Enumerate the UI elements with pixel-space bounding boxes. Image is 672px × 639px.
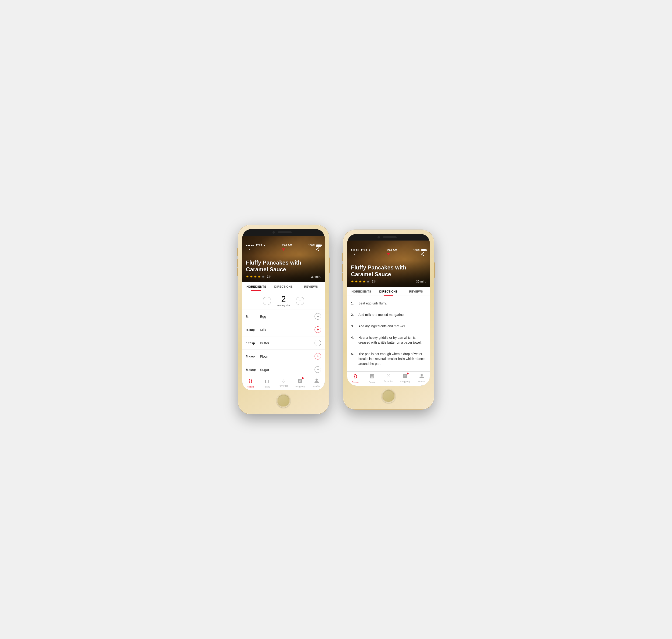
action-4[interactable]: − xyxy=(314,366,321,373)
action-0[interactable]: − xyxy=(314,313,321,320)
nav-profile-2[interactable]: Profile xyxy=(413,374,430,383)
nav-pantry-2[interactable]: Pantry xyxy=(364,374,380,383)
action-3[interactable]: + xyxy=(314,353,321,359)
status-left-2: AT&T ▾ xyxy=(351,248,370,251)
shopping-badge-dot-1 xyxy=(302,377,303,379)
nav-shopping-1[interactable]: Shopping xyxy=(292,378,308,388)
nav-label-profile-1: Profile xyxy=(313,385,320,388)
shopping-badge-dot-2 xyxy=(407,373,409,374)
bottom-nav-1: Recipe Pantry ♡ Favorites xyxy=(242,376,325,390)
status-right-2: 100% xyxy=(413,249,426,251)
profile-icon-1 xyxy=(314,378,319,385)
wifi-icon-1: ▾ xyxy=(264,244,265,247)
content-1: − 2 serving size + ½ Egg − ¾ cup Milk xyxy=(242,291,325,376)
nav-label-shopping-1: Shopping xyxy=(295,385,305,388)
nav-recipe-1[interactable]: Recipe xyxy=(242,378,259,388)
screen-1: AT&T ▾ 9:41 AM 100% ‹ ♥ xyxy=(242,236,325,390)
battery-pct-1: 100% xyxy=(309,244,315,247)
tab-reviews-2[interactable]: REVIEWS xyxy=(402,287,430,296)
qty-3: ½ cup xyxy=(246,355,260,358)
serving-label-1: serving size xyxy=(277,304,290,307)
status-time-2: 9:41 AM xyxy=(386,248,397,252)
star-2: ★ xyxy=(250,275,253,279)
name-3: Flour xyxy=(260,354,314,358)
direction-item-3: 4. Heat a heavy griddle or fry pan which… xyxy=(351,332,426,348)
directions-content-2: 1. Beat egg until fluffy. 2. Add milk an… xyxy=(347,296,430,371)
star-p2-1: ★ xyxy=(351,280,354,283)
action-1[interactable]: + xyxy=(314,326,321,333)
recipe-title-1: Fluffy Pancakes with Caramel Sauce xyxy=(246,260,321,273)
tab-directions-2[interactable]: DIRECTIONS xyxy=(375,287,402,296)
hero-1: AT&T ▾ 9:41 AM 100% ‹ ♥ xyxy=(242,236,325,282)
ingredient-row-3: ½ cup Flour + xyxy=(242,349,325,363)
speaker-2 xyxy=(383,236,397,238)
status-right-1: 100% xyxy=(309,244,321,247)
nav-label-pantry-1: Pantry xyxy=(264,386,270,388)
nav-label-profile-2: Profile xyxy=(418,380,425,383)
screen-2: AT&T ▾ 9:41 AM 100% ‹ ♥ xyxy=(347,240,430,386)
tab-directions-1[interactable]: DIRECTIONS xyxy=(270,282,297,291)
star-p2-4: ★ xyxy=(363,280,366,283)
qty-4: ½ tbsp xyxy=(246,368,260,371)
qty-1: ¾ cup xyxy=(246,328,260,331)
direction-item-4: 5. The pan is hot enough when a drop of … xyxy=(351,348,426,370)
favorites-icon-2: ♡ xyxy=(386,374,391,379)
signal-1 xyxy=(246,245,254,246)
stars-row-1: ★ ★ ★ ★ ★ 234 xyxy=(246,275,271,279)
nav-label-shopping-2: Shopping xyxy=(401,380,410,383)
increase-serving-1[interactable]: + xyxy=(296,297,304,305)
nav-pantry-1[interactable]: Pantry xyxy=(259,378,275,388)
speaker-1 xyxy=(278,231,292,233)
nav-profile-1[interactable]: Profile xyxy=(308,378,325,388)
tabs-1: INGREDIENTS DIRECTIONS REVIEWS xyxy=(242,282,325,291)
nav-favorites-1[interactable]: ♡ Favorites xyxy=(275,378,292,388)
nav-label-favorites-2: Favorites xyxy=(384,380,393,383)
favorites-icon-1: ♡ xyxy=(281,378,286,384)
tab-ingredients-1[interactable]: INGREDIENTS xyxy=(242,282,270,291)
ingredient-row-4: ½ tbsp Sugar − xyxy=(242,363,325,376)
name-2: Butter xyxy=(260,341,314,345)
star-5: ★ xyxy=(262,275,265,279)
home-button-2[interactable] xyxy=(381,389,395,403)
battery-pct-2: 100% xyxy=(413,249,420,251)
name-1: Milk xyxy=(260,328,314,332)
hero-2: AT&T ▾ 9:41 AM 100% ‹ ♥ xyxy=(347,240,430,287)
serving-count-1: 2 serving size xyxy=(277,295,290,307)
direction-text-4: The pan is hot enough when a drop of wat… xyxy=(358,352,426,366)
nav-favorites-2[interactable]: ♡ Favorites xyxy=(380,374,397,383)
direction-item-0: 1. Beat egg until fluffy. xyxy=(351,298,426,309)
nav-shopping-2[interactable]: Shopping xyxy=(397,374,413,383)
battery-icon-2 xyxy=(421,249,426,251)
cook-time-2: 30 min. xyxy=(416,280,426,283)
camera-2 xyxy=(377,236,380,238)
stars-row-2: ★ ★ ★ ★ ★ 234 xyxy=(351,280,376,283)
carrier-1: AT&T xyxy=(255,244,262,247)
phone-1: AT&T ▾ 9:41 AM 100% ‹ ♥ xyxy=(238,225,329,414)
status-left-1: AT&T ▾ xyxy=(246,244,265,247)
qty-0: ½ xyxy=(246,315,260,318)
review-count-2: 234 xyxy=(372,280,376,283)
hero-overlay-1: Fluffy Pancakes with Caramel Sauce ★ ★ ★… xyxy=(242,256,325,282)
decrease-serving-1[interactable]: − xyxy=(263,297,271,305)
direction-num-0: 1. xyxy=(351,301,356,306)
nav-recipe-2[interactable]: Recipe xyxy=(347,374,364,383)
phone-2: AT&T ▾ 9:41 AM 100% ‹ ♥ xyxy=(343,230,434,409)
action-2[interactable]: − xyxy=(314,340,321,346)
profile-icon-2 xyxy=(419,374,424,380)
recipe-meta-2: ★ ★ ★ ★ ★ 234 30 min. xyxy=(351,280,426,283)
home-button-1[interactable] xyxy=(277,393,291,408)
pantry-icon-2 xyxy=(369,374,375,380)
serving-row-1: − 2 serving size + xyxy=(242,291,325,310)
direction-item-2: 3. Add dry ingredients and mix well. xyxy=(351,321,426,332)
tab-reviews-1[interactable]: REVIEWS xyxy=(297,282,325,291)
hero-overlay-2: Fluffy Pancakes with Caramel Sauce ★ ★ ★… xyxy=(347,261,430,287)
star-p2-2: ★ xyxy=(355,280,358,283)
nav-label-recipe-2: Recipe xyxy=(352,381,359,383)
shopping-icon-1 xyxy=(297,379,303,385)
star-3: ★ xyxy=(254,275,257,279)
name-0: Egg xyxy=(260,314,314,318)
ingredient-row-2: 1 tbsp Butter − xyxy=(242,336,325,349)
battery-icon-1 xyxy=(316,244,321,247)
direction-num-3: 4. xyxy=(351,335,356,345)
tab-ingredients-2[interactable]: INGREDIENTS xyxy=(347,287,375,296)
